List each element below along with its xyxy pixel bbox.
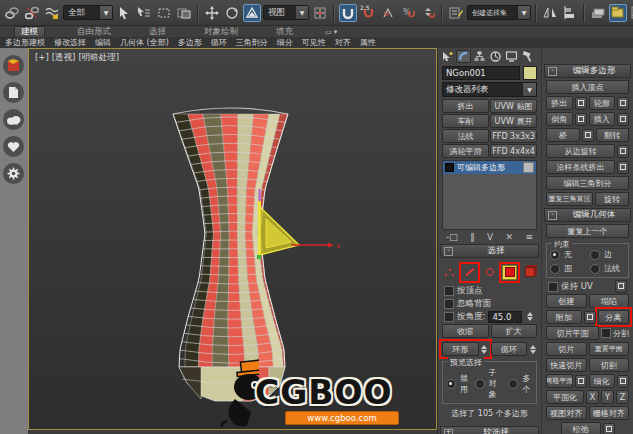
extrude-button[interactable]: 挤出 [546, 96, 573, 110]
tessellate-settings-icon[interactable] [617, 375, 629, 388]
stack-visibility-icon[interactable] [523, 162, 534, 173]
quickslice-button[interactable]: 快速切片 [546, 358, 587, 372]
bridge-settings-icon[interactable] [582, 129, 594, 142]
ribbon-tab-freeform[interactable]: 自由形式 [71, 26, 117, 37]
extrude-settings-icon[interactable] [575, 97, 587, 110]
select-by-name-icon[interactable] [135, 4, 153, 22]
attach-button[interactable]: 附加 [546, 310, 582, 324]
ribbon-minimize-icon[interactable]: ▭ ▾ [325, 28, 337, 36]
view-align-button[interactable]: 视图对齐 [546, 406, 587, 420]
remove-modifier-icon[interactable]: ✕ [506, 232, 514, 242]
max-logo-icon[interactable] [3, 55, 24, 76]
shrink-button[interactable]: 收缩 [442, 324, 489, 338]
percent-snap-icon[interactable]: % [399, 4, 417, 22]
tab-utilities-icon[interactable] [520, 50, 535, 63]
repeat-last-button[interactable]: 重复上一个 [546, 224, 629, 238]
ring-button[interactable]: 环形 [442, 342, 479, 356]
select-object-icon[interactable] [115, 4, 133, 22]
select-rotate-icon[interactable] [223, 4, 241, 22]
preview-multi-radio[interactable] [508, 379, 518, 389]
planar-y-button[interactable]: Y [601, 390, 614, 404]
chevron-down-icon[interactable]: ▼ [99, 6, 112, 19]
panel-geometry-all[interactable]: 几何体 (全部) [120, 37, 169, 48]
soft-selection-rollout-header[interactable]: + 软选择 [440, 426, 539, 434]
rect-selection-region-icon[interactable] [155, 4, 173, 22]
ignore-backfacing-checkbox[interactable] [444, 299, 454, 309]
modifier-btn-uvw-map[interactable]: UVW 贴图 [490, 99, 537, 113]
slice-button[interactable]: 切片 [546, 342, 587, 356]
collapse-button[interactable]: 塌陷 [589, 294, 630, 308]
relax-button[interactable]: 松弛 [561, 422, 601, 434]
ribbon-tab-object-paint[interactable]: 对象绘制 [198, 26, 244, 37]
extrude-along-spline-button[interactable]: 沿样条线挤出 [546, 160, 615, 174]
collapse-icon[interactable]: - [444, 247, 453, 256]
planar-z-button[interactable]: Z [616, 390, 629, 404]
preserve-uv-checkbox[interactable] [548, 282, 558, 292]
ring-spinner[interactable] [480, 342, 489, 356]
bevel-settings-icon[interactable] [575, 113, 587, 126]
hinge-settings-icon[interactable] [617, 145, 629, 158]
panel-align[interactable]: 对齐 [335, 37, 351, 48]
object-name-field[interactable]: NGon001 [442, 66, 520, 80]
angle-value-field[interactable]: 45.0 [488, 311, 522, 323]
bind-space-warp-icon[interactable] [43, 4, 61, 22]
modifier-btn-unwrap-uvw[interactable]: UVW 展开 [490, 114, 537, 128]
panel-polygon-modeling[interactable]: 多边形建模 [5, 37, 45, 48]
bevel-button[interactable]: 倒角 [546, 112, 573, 126]
msmooth-button[interactable]: 网格平滑 [546, 374, 573, 388]
model-base[interactable] [179, 367, 285, 401]
preview-disable-radio[interactable] [446, 379, 456, 389]
edit-named-sets-icon[interactable] [447, 4, 465, 22]
modifier-list-dropdown[interactable]: 修改器列表 ▼ [442, 82, 537, 97]
document-icon[interactable] [3, 82, 24, 103]
hinge-from-edge-button[interactable]: 从边旋转 [546, 144, 615, 158]
ref-coord-dropdown[interactable]: 视图▼ [263, 5, 309, 20]
edit-polygons-rollout-header[interactable]: - 编辑多边形 [544, 64, 631, 78]
show-end-result-icon[interactable]: ‖ [470, 232, 475, 242]
layer-manager-icon[interactable] [589, 4, 607, 22]
flip-button[interactable]: 翻转 [596, 128, 630, 142]
selection-rollout-header[interactable]: - 选择 [440, 244, 539, 258]
panel-edit[interactable]: 编辑 [95, 37, 111, 48]
polygon-subobject-icon[interactable] [502, 265, 517, 280]
constraint-face-radio[interactable] [550, 264, 560, 274]
modifier-btn-normal[interactable]: 法线 [442, 129, 489, 143]
chevron-down-icon[interactable]: ▼ [517, 6, 530, 19]
reset-plane-button[interactable]: 重置平面 [589, 342, 630, 356]
bridge-button[interactable]: 桥 [546, 128, 580, 142]
selection-filter-dropdown[interactable]: 全部▼ [63, 5, 113, 20]
border-subobject-icon[interactable] [482, 265, 497, 280]
curve-editor-icon[interactable] [629, 4, 633, 22]
modifier-btn-ffd3[interactable]: FFD 3x3x3 [490, 129, 537, 143]
by-vertex-checkbox[interactable] [444, 286, 454, 296]
select-move-icon[interactable] [203, 4, 221, 22]
inset-settings-icon[interactable] [617, 113, 629, 126]
panel-properties[interactable]: 属性 [360, 37, 376, 48]
tab-hierarchy-icon[interactable] [472, 50, 487, 63]
loop-spinner[interactable] [528, 342, 537, 356]
stack-entry-editable-poly[interactable]: 可编辑多边形 [443, 161, 536, 174]
tab-display-icon[interactable] [504, 50, 519, 63]
ribbon-tab-modeling[interactable]: 建模 [14, 26, 45, 38]
angle-spinner[interactable] [525, 312, 534, 321]
pin-stack-icon[interactable]: -□ [446, 232, 458, 242]
angle-snap-icon[interactable] [379, 4, 397, 22]
spinner-snap-icon[interactable] [419, 4, 437, 22]
tessellate-button[interactable]: 细化 [589, 374, 616, 388]
modifier-btn-ffd4[interactable]: FFD 4x4x4 [490, 144, 537, 158]
grid-align-button[interactable]: 栅格对齐 [589, 406, 630, 420]
heart-icon[interactable] [3, 136, 24, 157]
preview-subobj-radio[interactable] [475, 379, 485, 389]
configure-modifier-sets-icon[interactable]: ≡ [525, 232, 533, 242]
make-unique-icon[interactable]: V [487, 232, 493, 242]
snaps-toggle-icon[interactable] [339, 4, 357, 22]
constraint-normal-radio[interactable] [590, 264, 600, 274]
align-icon[interactable] [561, 4, 579, 22]
panel-subdivision[interactable]: 细分 [277, 37, 293, 48]
use-pivot-center-icon[interactable] [311, 4, 329, 22]
select-link-icon[interactable] [3, 4, 21, 22]
chevron-down-icon[interactable]: ▼ [295, 6, 308, 19]
tab-motion-icon[interactable] [488, 50, 503, 63]
modifier-btn-extrude[interactable]: 挤出 [442, 99, 489, 113]
planar-x-button[interactable]: X [586, 390, 599, 404]
